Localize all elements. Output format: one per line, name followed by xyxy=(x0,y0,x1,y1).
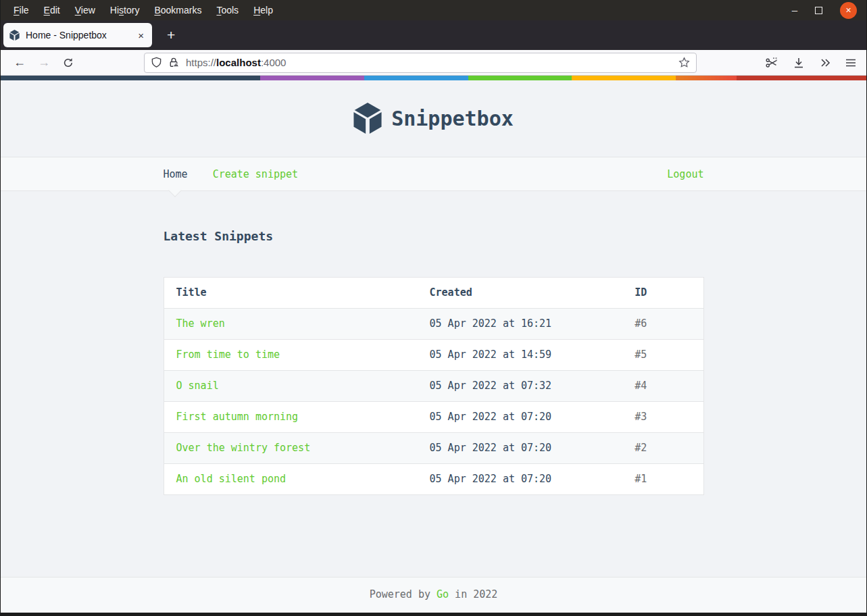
reload-icon[interactable] xyxy=(59,53,78,72)
go-link[interactable]: Go xyxy=(437,588,449,600)
table-row: The wren 05 Apr 2022 at 16:21 #6 xyxy=(164,309,703,340)
menu-label-post: elp xyxy=(260,5,273,16)
forward-icon[interactable]: → xyxy=(34,53,53,72)
snippet-id: #2 xyxy=(622,433,703,464)
site-nav: Home Create snippet Logout xyxy=(1,157,866,191)
snippet-id: #4 xyxy=(622,371,703,402)
page-viewport: Snippetbox Home Create snippet Logout La… xyxy=(1,76,866,613)
menu-view[interactable]: View xyxy=(68,2,103,18)
menu-label-key: B xyxy=(154,5,160,16)
navigation-toolbar: ← → h xyxy=(1,50,866,76)
nav-button-group: ← → xyxy=(10,53,78,72)
snippet-id: #6 xyxy=(622,309,703,340)
menu-group: File Edit View History Bookmarks Tools H… xyxy=(6,2,280,18)
nav-link-create-snippet[interactable]: Create snippet xyxy=(213,168,298,180)
snippet-created: 05 Apr 2022 at 07:20 xyxy=(418,433,623,464)
snippet-created: 05 Apr 2022 at 07:32 xyxy=(418,371,623,402)
snippet-id: #5 xyxy=(622,340,703,371)
menu-help[interactable]: Help xyxy=(246,2,280,18)
snippet-link[interactable]: First autumn morning xyxy=(176,411,299,423)
insecure-lock-icon[interactable] xyxy=(168,57,180,68)
snippet-link[interactable]: O snail xyxy=(176,380,219,392)
page-title: Latest Snippets xyxy=(164,229,704,243)
footer-text-suffix: in 2022 xyxy=(449,588,497,600)
downloads-icon[interactable] xyxy=(792,56,806,70)
maximize-button[interactable] xyxy=(815,7,822,14)
snippet-id: #1 xyxy=(622,464,703,495)
table-row: O snail 05 Apr 2022 at 07:32 #4 xyxy=(164,371,703,402)
menu-label-key: E xyxy=(44,5,50,16)
menu-label-post: iew xyxy=(81,5,95,16)
tab-bar: Home - Snippetbox × + xyxy=(1,20,866,50)
tracking-shield-icon[interactable] xyxy=(151,57,162,68)
site-header: Snippetbox xyxy=(1,80,866,157)
snippet-id: #3 xyxy=(622,402,703,433)
table-row: From time to time 05 Apr 2022 at 14:59 #… xyxy=(164,340,703,371)
menu-history[interactable]: History xyxy=(103,2,147,18)
hamburger-menu-icon[interactable] xyxy=(845,57,857,69)
snippets-table: Title Created ID The wren 05 Apr 2022 at… xyxy=(164,277,704,495)
tab-close-icon[interactable]: × xyxy=(136,30,146,41)
column-header-title: Title xyxy=(164,278,418,309)
rainbow-gradient-bar xyxy=(1,76,866,80)
site-footer: Powered by Go in 2022 xyxy=(1,577,866,613)
menu-label-pre: Hi xyxy=(110,5,119,16)
menu-label-post: ools xyxy=(221,5,239,16)
snippet-created: 05 Apr 2022 at 07:20 xyxy=(418,402,623,433)
url-port: :4000 xyxy=(261,57,287,68)
snippet-link[interactable]: Over the wintry forest xyxy=(176,442,311,454)
menu-label-post: ookmarks xyxy=(161,5,202,16)
tab-title: Home - Snippetbox xyxy=(26,30,130,41)
menu-label-key: F xyxy=(14,5,20,16)
footer-text-prefix: Powered by xyxy=(370,588,437,600)
brand-title: Snippetbox xyxy=(391,107,514,130)
menu-file[interactable]: File xyxy=(6,2,36,18)
menu-label-post: tory xyxy=(124,5,139,16)
menu-edit[interactable]: Edit xyxy=(36,2,68,18)
bookmark-star-icon[interactable] xyxy=(678,57,690,68)
window-controls: – × xyxy=(792,2,861,19)
snippet-link[interactable]: An old silent pond xyxy=(176,473,287,485)
column-header-id: ID xyxy=(622,278,703,309)
logout-button[interactable]: Logout xyxy=(667,168,703,180)
table-row: Over the wintry forest 05 Apr 2022 at 07… xyxy=(164,433,703,464)
table-row: An old silent pond 05 Apr 2022 at 07:20 … xyxy=(164,464,703,495)
menu-tools[interactable]: Tools xyxy=(209,2,246,18)
menu-label-key: s xyxy=(119,5,124,16)
nav-home-label: Home xyxy=(164,168,188,180)
menu-label-key: H xyxy=(253,5,260,16)
url-text[interactable]: https://localhost:4000 xyxy=(186,57,672,68)
nav-link-home[interactable]: Home xyxy=(164,168,188,180)
nav-left-links: Home Create snippet xyxy=(164,168,299,180)
url-host: localhost xyxy=(216,57,261,68)
snippetbox-logo-icon xyxy=(353,103,382,134)
back-icon[interactable]: ← xyxy=(10,53,29,72)
new-tab-button[interactable]: + xyxy=(163,27,179,43)
browser-window: File Edit View History Bookmarks Tools H… xyxy=(0,0,867,616)
menu-bookmarks[interactable]: Bookmarks xyxy=(147,2,209,18)
snippet-link[interactable]: The wren xyxy=(176,317,225,330)
screenshot-scissors-icon[interactable] xyxy=(765,56,778,70)
url-scheme: https:// xyxy=(186,57,216,68)
toolbar-right-icons xyxy=(765,56,857,70)
table-row: First autumn morning 05 Apr 2022 at 07:2… xyxy=(164,402,703,433)
table-header-row: Title Created ID xyxy=(164,278,703,309)
window-menubar: File Edit View History Bookmarks Tools H… xyxy=(1,0,866,20)
snippet-created: 05 Apr 2022 at 16:21 xyxy=(418,309,623,340)
snippet-link[interactable]: From time to time xyxy=(176,349,280,361)
menu-label-post: ile xyxy=(20,5,29,16)
close-window-button[interactable]: × xyxy=(840,2,857,19)
minimize-button[interactable]: – xyxy=(792,7,797,14)
snippet-created: 05 Apr 2022 at 14:59 xyxy=(418,340,623,371)
menu-label-post: dit xyxy=(50,5,60,16)
main-content: Latest Snippets Title Created ID The wre… xyxy=(164,191,704,577)
brand-link[interactable]: Snippetbox xyxy=(353,103,514,134)
tab-home-snippetbox[interactable]: Home - Snippetbox × xyxy=(3,23,152,47)
menu-label-key: V xyxy=(75,5,81,16)
overflow-chevrons-icon[interactable] xyxy=(819,57,831,69)
url-bar[interactable]: https://localhost:4000 xyxy=(144,53,697,73)
column-header-created: Created xyxy=(418,278,623,309)
snippet-created: 05 Apr 2022 at 07:20 xyxy=(418,464,623,495)
favicon-box-icon xyxy=(9,30,20,41)
